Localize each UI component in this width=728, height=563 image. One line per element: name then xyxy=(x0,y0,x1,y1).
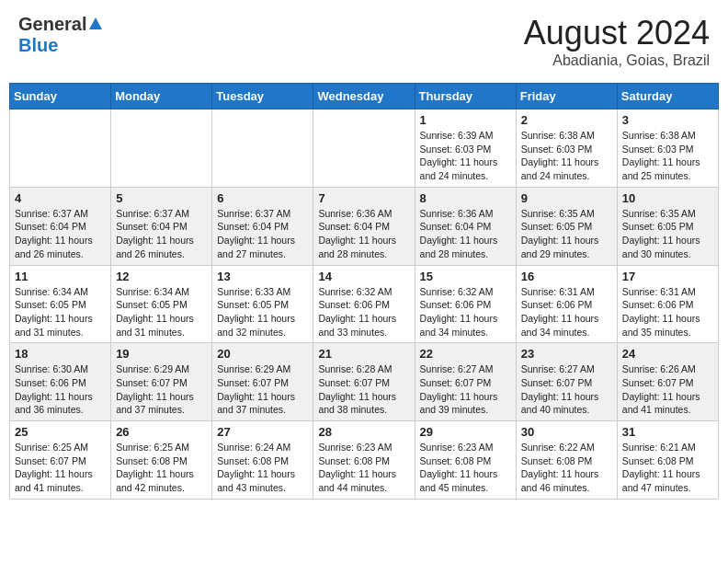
day-info: Sunrise: 6:32 AM Sunset: 6:06 PM Dayligh… xyxy=(318,285,409,339)
calendar-cell: 1Sunrise: 6:39 AM Sunset: 6:03 PM Daylig… xyxy=(415,109,516,188)
calendar-week-row: 4Sunrise: 6:37 AM Sunset: 6:04 PM Daylig… xyxy=(10,187,719,265)
calendar-cell xyxy=(10,109,111,188)
calendar-cell: 11Sunrise: 6:34 AM Sunset: 6:05 PM Dayli… xyxy=(10,265,111,343)
day-info: Sunrise: 6:37 AM Sunset: 6:04 PM Dayligh… xyxy=(116,207,207,261)
calendar-week-row: 18Sunrise: 6:30 AM Sunset: 6:06 PM Dayli… xyxy=(10,343,719,421)
day-number: 9 xyxy=(521,191,612,205)
day-number: 31 xyxy=(622,425,713,439)
calendar-cell: 29Sunrise: 6:23 AM Sunset: 6:08 PM Dayli… xyxy=(415,421,516,500)
day-info: Sunrise: 6:34 AM Sunset: 6:05 PM Dayligh… xyxy=(15,285,106,339)
day-number: 16 xyxy=(521,270,612,283)
calendar-cell: 7Sunrise: 6:36 AM Sunset: 6:04 PM Daylig… xyxy=(313,187,415,265)
calendar-cell: 4Sunrise: 6:37 AM Sunset: 6:04 PM Daylig… xyxy=(10,187,111,265)
weekday-header: Saturday xyxy=(617,84,718,109)
calendar-cell: 9Sunrise: 6:35 AM Sunset: 6:05 PM Daylig… xyxy=(516,187,617,265)
calendar-cell: 8Sunrise: 6:36 AM Sunset: 6:04 PM Daylig… xyxy=(415,187,516,265)
logo-triangle-icon xyxy=(88,17,103,35)
calendar-cell: 15Sunrise: 6:32 AM Sunset: 6:06 PM Dayli… xyxy=(415,265,516,343)
day-number: 14 xyxy=(318,270,409,283)
day-number: 24 xyxy=(622,347,713,361)
day-info: Sunrise: 6:38 AM Sunset: 6:03 PM Dayligh… xyxy=(521,129,612,183)
day-number: 6 xyxy=(217,191,308,205)
day-number: 11 xyxy=(15,270,106,283)
day-info: Sunrise: 6:27 AM Sunset: 6:07 PM Dayligh… xyxy=(521,362,612,417)
logo-general-text: General xyxy=(18,14,86,35)
day-number: 8 xyxy=(420,191,511,205)
day-info: Sunrise: 6:26 AM Sunset: 6:07 PM Dayligh… xyxy=(622,362,713,417)
day-info: Sunrise: 6:37 AM Sunset: 6:04 PM Dayligh… xyxy=(15,207,106,261)
calendar-cell: 19Sunrise: 6:29 AM Sunset: 6:07 PM Dayli… xyxy=(111,343,212,421)
day-info: Sunrise: 6:35 AM Sunset: 6:05 PM Dayligh… xyxy=(622,207,713,261)
weekday-header: Friday xyxy=(516,84,617,109)
day-number: 13 xyxy=(217,270,308,283)
calendar-cell: 20Sunrise: 6:29 AM Sunset: 6:07 PM Dayli… xyxy=(212,343,313,421)
day-number: 25 xyxy=(15,425,106,439)
day-info: Sunrise: 6:36 AM Sunset: 6:04 PM Dayligh… xyxy=(318,207,409,261)
calendar-cell xyxy=(111,109,212,188)
calendar-week-row: 11Sunrise: 6:34 AM Sunset: 6:05 PM Dayli… xyxy=(10,265,719,343)
calendar-cell: 2Sunrise: 6:38 AM Sunset: 6:03 PM Daylig… xyxy=(516,109,617,188)
calendar-cell: 23Sunrise: 6:27 AM Sunset: 6:07 PM Dayli… xyxy=(516,343,617,421)
day-info: Sunrise: 6:24 AM Sunset: 6:08 PM Dayligh… xyxy=(217,441,308,495)
calendar-cell: 17Sunrise: 6:31 AM Sunset: 6:06 PM Dayli… xyxy=(617,265,718,343)
day-number: 3 xyxy=(622,113,713,127)
calendar-cell: 26Sunrise: 6:25 AM Sunset: 6:08 PM Dayli… xyxy=(111,421,212,500)
calendar-table: SundayMondayTuesdayWednesdayThursdayFrid… xyxy=(9,83,719,500)
calendar-cell: 28Sunrise: 6:23 AM Sunset: 6:08 PM Dayli… xyxy=(313,421,415,500)
day-info: Sunrise: 6:35 AM Sunset: 6:05 PM Dayligh… xyxy=(521,207,612,261)
day-info: Sunrise: 6:27 AM Sunset: 6:07 PM Dayligh… xyxy=(420,362,511,417)
weekday-header: Thursday xyxy=(415,84,516,109)
day-info: Sunrise: 6:25 AM Sunset: 6:08 PM Dayligh… xyxy=(116,441,207,495)
day-number: 28 xyxy=(318,425,409,439)
calendar-cell: 12Sunrise: 6:34 AM Sunset: 6:05 PM Dayli… xyxy=(111,265,212,343)
day-number: 15 xyxy=(420,270,511,283)
day-info: Sunrise: 6:21 AM Sunset: 6:08 PM Dayligh… xyxy=(622,441,713,495)
day-number: 20 xyxy=(217,347,308,361)
day-number: 26 xyxy=(116,425,207,439)
calendar-cell: 31Sunrise: 6:21 AM Sunset: 6:08 PM Dayli… xyxy=(617,421,718,500)
day-number: 27 xyxy=(217,425,308,439)
day-info: Sunrise: 6:39 AM Sunset: 6:03 PM Dayligh… xyxy=(420,129,511,183)
day-info: Sunrise: 6:29 AM Sunset: 6:07 PM Dayligh… xyxy=(116,362,207,417)
logo: General Blue xyxy=(18,14,103,56)
day-info: Sunrise: 6:33 AM Sunset: 6:05 PM Dayligh… xyxy=(217,285,308,339)
calendar-cell: 25Sunrise: 6:25 AM Sunset: 6:07 PM Dayli… xyxy=(10,421,111,500)
calendar-cell: 18Sunrise: 6:30 AM Sunset: 6:06 PM Dayli… xyxy=(10,343,111,421)
day-number: 29 xyxy=(420,425,511,439)
calendar-cell: 22Sunrise: 6:27 AM Sunset: 6:07 PM Dayli… xyxy=(415,343,516,421)
day-number: 2 xyxy=(521,113,612,127)
day-info: Sunrise: 6:31 AM Sunset: 6:06 PM Dayligh… xyxy=(622,285,713,339)
day-number: 12 xyxy=(116,270,207,283)
calendar-cell xyxy=(313,109,415,188)
day-info: Sunrise: 6:37 AM Sunset: 6:04 PM Dayligh… xyxy=(217,207,308,261)
calendar-cell xyxy=(212,109,313,188)
calendar-header-row: SundayMondayTuesdayWednesdayThursdayFrid… xyxy=(10,84,719,109)
day-info: Sunrise: 6:25 AM Sunset: 6:07 PM Dayligh… xyxy=(15,441,106,495)
day-info: Sunrise: 6:36 AM Sunset: 6:04 PM Dayligh… xyxy=(420,207,511,261)
title-area: August 2024 Abadiania, Goias, Brazil xyxy=(524,14,710,69)
calendar-cell: 24Sunrise: 6:26 AM Sunset: 6:07 PM Dayli… xyxy=(617,343,718,421)
day-number: 19 xyxy=(116,347,207,361)
day-number: 30 xyxy=(521,425,612,439)
day-number: 18 xyxy=(15,347,106,361)
calendar-week-row: 1Sunrise: 6:39 AM Sunset: 6:03 PM Daylig… xyxy=(10,109,719,188)
day-number: 10 xyxy=(622,191,713,205)
calendar-cell: 14Sunrise: 6:32 AM Sunset: 6:06 PM Dayli… xyxy=(313,265,415,343)
day-info: Sunrise: 6:29 AM Sunset: 6:07 PM Dayligh… xyxy=(217,362,308,417)
calendar-cell: 6Sunrise: 6:37 AM Sunset: 6:04 PM Daylig… xyxy=(212,187,313,265)
day-info: Sunrise: 6:31 AM Sunset: 6:06 PM Dayligh… xyxy=(521,285,612,339)
day-info: Sunrise: 6:28 AM Sunset: 6:07 PM Dayligh… xyxy=(318,362,409,417)
day-info: Sunrise: 6:23 AM Sunset: 6:08 PM Dayligh… xyxy=(318,441,409,495)
day-info: Sunrise: 6:38 AM Sunset: 6:03 PM Dayligh… xyxy=(622,129,713,183)
day-info: Sunrise: 6:22 AM Sunset: 6:08 PM Dayligh… xyxy=(521,441,612,495)
logo-blue-text: Blue xyxy=(18,35,58,55)
day-number: 17 xyxy=(622,270,713,283)
weekday-header: Sunday xyxy=(10,84,111,109)
day-number: 21 xyxy=(318,347,409,361)
day-number: 1 xyxy=(420,113,511,127)
header: General Blue August 2024 Abadiania, Goia… xyxy=(9,9,719,74)
calendar-week-row: 25Sunrise: 6:25 AM Sunset: 6:07 PM Dayli… xyxy=(10,421,719,500)
day-info: Sunrise: 6:34 AM Sunset: 6:05 PM Dayligh… xyxy=(116,285,207,339)
calendar-cell: 27Sunrise: 6:24 AM Sunset: 6:08 PM Dayli… xyxy=(212,421,313,500)
day-number: 4 xyxy=(15,191,106,205)
